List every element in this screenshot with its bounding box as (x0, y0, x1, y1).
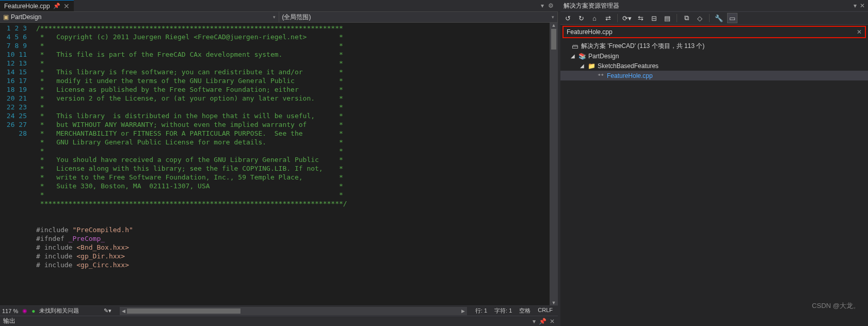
node-icon: 📚 (578, 53, 586, 60)
class-icon: ▣ (3, 13, 9, 21)
solution-search-box[interactable]: FeatureHole.cpp ✕ (562, 26, 866, 38)
scope-label: PartDesign (11, 13, 41, 21)
expand-icon[interactable]: ◢ (579, 63, 585, 69)
horizontal-scrollbar[interactable]: ◀ ▶ (120, 307, 467, 315)
solution-explorer-toolbar: ↺↻⌂⇄⟳▾⇆⊟▤⧉◇🔧▭ (560, 11, 868, 25)
wrench-icon[interactable]: 🔧 (714, 13, 724, 23)
node-label: 解决方案 'FreeCAD' (113 个项目，共 113 个) (581, 42, 704, 51)
scroll-right-arrow[interactable]: ▶ (460, 308, 467, 314)
tree-row[interactable]: 🗃解决方案 'FreeCAD' (113 个项目，共 113 个) (560, 41, 868, 51)
tree-row[interactable]: ◢📁SketchBasedFeatures (560, 61, 868, 71)
tree-row[interactable]: ◢📚PartDesign (560, 51, 868, 61)
search-value[interactable]: FeatureHole.cpp (567, 28, 613, 36)
zoom-level[interactable]: 117 % (2, 308, 18, 314)
sync-icon[interactable]: ⟳▾ (622, 13, 632, 23)
forward-icon[interactable]: ↻ (576, 13, 586, 23)
tab-dropdown-icon[interactable]: ▾ (541, 2, 544, 9)
panel-actions: ▾ ✕ (854, 2, 865, 9)
node-label: FeatureHole.cpp (607, 72, 653, 79)
chevron-down-icon: ▾ (552, 14, 554, 20)
pin-icon[interactable]: 📌 (53, 3, 60, 9)
scroll-up-arrow[interactable]: ▲ (550, 23, 558, 28)
eol-indicator[interactable]: CRLF (538, 307, 553, 315)
collapse-icon[interactable]: ⊟ (649, 13, 659, 23)
document-tab-bar: FeatureHole.cpp 📌 ✕ ▾ ⚙ (0, 0, 558, 11)
scroll-down-arrow[interactable]: ▼ (550, 300, 558, 305)
chevron-down-icon[interactable]: ▾ (533, 318, 536, 325)
code-editor[interactable]: 1 2 3 4 5 6 7 8 9 10 11 12 13 14 15 16 1… (0, 23, 558, 305)
scroll-track[interactable] (127, 307, 459, 315)
refresh-icon[interactable]: ⇆ (635, 13, 646, 23)
code-content[interactable]: /***************************************… (36, 23, 550, 305)
tree-row[interactable]: ⁺⁺FeatureHole.cpp (560, 71, 868, 80)
tab-bar-actions: ▾ ⚙ (537, 0, 558, 11)
expand-icon[interactable]: ◢ (570, 53, 576, 59)
gear-icon[interactable]: ⚙ (548, 2, 554, 9)
close-icon[interactable]: ✕ (63, 2, 70, 10)
show-all-icon[interactable]: ▤ (662, 13, 672, 23)
clear-search-icon[interactable]: ✕ (857, 28, 862, 36)
tab-title: FeatureHole.cpp (4, 3, 50, 10)
lightbulb-icon[interactable]: ◉ (22, 307, 27, 314)
editor-status-bar: 117 % ◉ ● 未找到相关问题 ✎▾ ◀ ▶ 行: 1 字符: 1 空格 C… (0, 305, 558, 316)
editor-pane: FeatureHole.cpp 📌 ✕ ▾ ⚙ ▣ PartDesign ▾ (… (0, 0, 558, 326)
switch-view-icon[interactable]: ⇄ (603, 13, 613, 23)
filter-icon[interactable]: ▭ (727, 13, 737, 23)
solution-tree[interactable]: 🗃解决方案 'FreeCAD' (113 个项目，共 113 个)◢📚PartD… (560, 39, 868, 326)
function-label: (全局范围) (282, 13, 311, 22)
navigation-bar: ▣ PartDesign ▾ (全局范围) ▾ (0, 11, 558, 23)
node-label: SketchBasedFeatures (598, 62, 658, 70)
scroll-thumb-h[interactable] (127, 308, 240, 314)
check-icon: ● (31, 307, 35, 315)
solution-explorer-header: 解决方案资源管理器 ▾ ✕ (560, 0, 868, 11)
scroll-left-arrow[interactable]: ◀ (120, 308, 127, 314)
chevron-down-icon[interactable]: ▾ (854, 2, 857, 9)
line-indicator[interactable]: 行: 1 (475, 307, 487, 315)
function-dropdown[interactable]: (全局范围) ▾ (279, 12, 558, 22)
solution-explorer-pane: 解决方案资源管理器 ▾ ✕ ↺↻⌂⇄⟳▾⇆⊟▤⧉◇🔧▭ FeatureHole.… (560, 0, 868, 326)
node-icon: 📁 (587, 62, 596, 70)
line-number-gutter: 1 2 3 4 5 6 7 8 9 10 11 12 13 14 15 16 1… (0, 23, 36, 305)
output-title: 输出 (3, 317, 15, 325)
space-indicator[interactable]: 空格 (519, 307, 531, 315)
properties-icon[interactable]: ⧉ (681, 13, 692, 23)
scope-dropdown[interactable]: ▣ PartDesign ▾ (0, 12, 279, 22)
brush-icon[interactable]: ✎▾ (104, 307, 111, 314)
output-panel-header[interactable]: 输出 ▾ 📌 ✕ (0, 316, 558, 326)
panel-title: 解决方案资源管理器 (564, 2, 619, 10)
char-indicator[interactable]: 字符: 1 (494, 307, 512, 315)
close-icon[interactable]: ✕ (860, 2, 865, 9)
issues-label[interactable]: 未找到相关问题 (39, 307, 79, 315)
home-icon[interactable]: ⌂ (589, 13, 600, 23)
preview-icon[interactable]: ◇ (695, 13, 705, 23)
back-icon[interactable]: ↺ (562, 13, 573, 23)
pin-icon[interactable]: 📌 (539, 318, 546, 325)
output-actions: ▾ 📌 ✕ (533, 318, 555, 325)
document-tab-active[interactable]: FeatureHole.cpp 📌 ✕ (0, 0, 74, 11)
scroll-thumb[interactable] (551, 29, 556, 50)
node-label: PartDesign (588, 53, 619, 60)
vertical-scrollbar[interactable]: ▲ ▼ (550, 23, 558, 305)
chevron-down-icon: ▾ (273, 14, 276, 20)
close-icon[interactable]: ✕ (550, 318, 555, 325)
status-right-group: 行: 1 字符: 1 空格 CRLF (475, 307, 556, 315)
node-icon: ⁺⁺ (597, 72, 605, 79)
node-icon: 🗃 (571, 43, 579, 50)
